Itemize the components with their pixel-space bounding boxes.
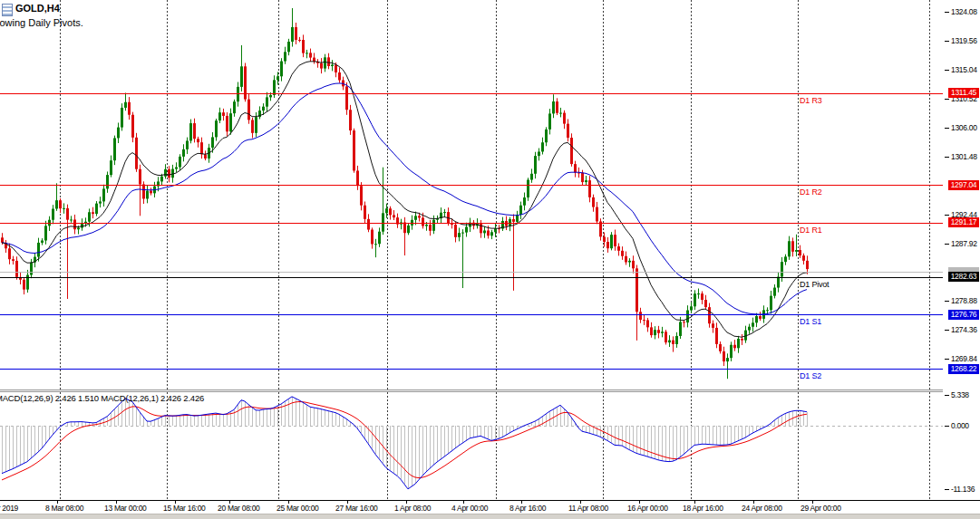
candle-body-bear [733, 345, 736, 349]
candle-body-bear [480, 224, 482, 234]
candle-body-bull [95, 204, 98, 214]
candle-body-bear [512, 219, 515, 222]
candle-body-bear [204, 154, 207, 159]
macd-chart-canvas[interactable] [0, 392, 943, 500]
price-tick-label: 1287.92 [951, 239, 977, 248]
candle-body-bear [222, 112, 225, 116]
candle-body-bull [726, 358, 729, 361]
candle-body-bull [44, 226, 47, 240]
price-axis[interactable]: 1324.081319.561315.041310.521306.001301.… [943, 0, 980, 500]
candle-body-bear [791, 241, 794, 252]
candle-body-bull [755, 316, 758, 322]
candle-body-bull [382, 213, 384, 231]
candle-body-bull [534, 156, 537, 174]
candle-body-bear [197, 139, 199, 142]
candle-body-bear [309, 53, 312, 57]
candle-body-bear [429, 225, 432, 231]
candle-body-bear [603, 236, 606, 242]
price-tick-mark [945, 330, 949, 331]
candle-body-bull [110, 160, 112, 175]
candle-body-bear [802, 255, 805, 261]
candle-body-bear [639, 312, 642, 320]
candle-body-bull [291, 27, 294, 42]
candle-body-bull [160, 177, 163, 182]
candle-body-bull [218, 112, 221, 120]
candle-body-bear [1, 237, 4, 243]
candle-body-bull [465, 226, 468, 232]
candle-body-bear [135, 138, 138, 169]
candle-body-bear [150, 191, 152, 194]
pivot-price-box: 1291.17 [948, 217, 979, 227]
price-tick-mark [945, 157, 949, 158]
candle-body-bear [712, 323, 714, 328]
candle-body-bear [371, 230, 374, 245]
candle-body-bull [331, 64, 334, 66]
candle-body-bear [588, 180, 591, 197]
candle-body-bear [8, 248, 11, 259]
time-tick-label: 27 Mar 16:00 [335, 504, 378, 513]
candle-body-bull [773, 288, 776, 296]
candle-body-bull [240, 66, 243, 87]
price-tick-label: 1274.36 [951, 325, 977, 334]
price-tick-mark [945, 41, 949, 42]
candle-body-bear [806, 261, 809, 269]
pivot-line-label: D1 R2 [800, 187, 822, 197]
candle-body-bear [454, 225, 457, 237]
pivot-line-label: D1 R3 [800, 96, 822, 105]
candle-body-bear [356, 170, 359, 186]
candle-body-bear [422, 217, 424, 226]
candle-body-bull [519, 206, 522, 215]
pivot-price-box: 1276.76 [948, 310, 979, 320]
candle-body-bull [777, 277, 780, 288]
candle-body-bear [338, 72, 341, 81]
candle-body-bear [360, 186, 363, 205]
candle-body-bull [211, 137, 214, 148]
candle-body-bear [320, 63, 323, 69]
candle-body-bull [679, 322, 682, 336]
candle-body-bear [393, 215, 395, 217]
candle-body-bull [559, 113, 562, 114]
time-tick-label: 13 Mar 00:00 [104, 504, 147, 513]
candle-body-bear [581, 173, 584, 182]
candle-body-bear [606, 242, 609, 248]
candle-body-bull [385, 208, 388, 213]
candle-body-bull [266, 97, 268, 106]
time-tick-label: 25 Mar 00:00 [277, 504, 319, 513]
chart-icon [2, 4, 13, 16]
candle-body-bull [483, 230, 486, 233]
candle-body-bull [509, 219, 511, 226]
candle-body-bull [545, 130, 548, 142]
candle-body-bear [12, 259, 15, 261]
candle-body-bear [596, 207, 598, 222]
candle-body-bear [614, 235, 616, 246]
candle-body-bear [59, 200, 62, 208]
macd-tick-label: 5.338 [951, 390, 969, 399]
candle-body-bear [599, 221, 602, 236]
candle-body-bull [781, 262, 783, 276]
candle-body-bear [142, 184, 145, 198]
macd-tick-label: 0.000 [951, 421, 969, 430]
candle-body-bear [643, 320, 645, 321]
candle-body-bull [175, 168, 178, 169]
candle-body-bull [55, 200, 58, 208]
candle-body-bull [694, 293, 696, 306]
candle-body-bull [81, 224, 83, 228]
price-pane[interactable]: GOLD,H4 Showing Daily Pivots. D1 R3D1 R2… [0, 0, 943, 389]
candle-body-bear [567, 124, 569, 138]
time-tick-label: 29 Apr 00:00 [800, 504, 841, 513]
price-tick-label: 1315.04 [951, 65, 977, 74]
candle-body-bull [233, 101, 236, 113]
price-tick-label: 1306.00 [951, 123, 977, 132]
candle-body-bull [273, 80, 276, 95]
candle-body-bull [215, 120, 218, 137]
candle-body-bull [182, 149, 185, 157]
candle-body-bear [403, 222, 406, 233]
price-tick-label: 1324.08 [951, 7, 977, 16]
price-tick-label: 1319.56 [951, 36, 977, 45]
time-axis[interactable]: 5 Mar 20198 Mar 08:0013 Mar 00:0015 Mar … [0, 500, 980, 514]
candle-body-bear [418, 216, 421, 217]
candle-body-bull [88, 212, 91, 221]
candle-body-bear [226, 116, 228, 131]
macd-pane[interactable]: MACD(12,26,9) 2.426 1.510 MACD(12,26,1) … [0, 392, 943, 500]
candle-body-bear [295, 27, 297, 40]
